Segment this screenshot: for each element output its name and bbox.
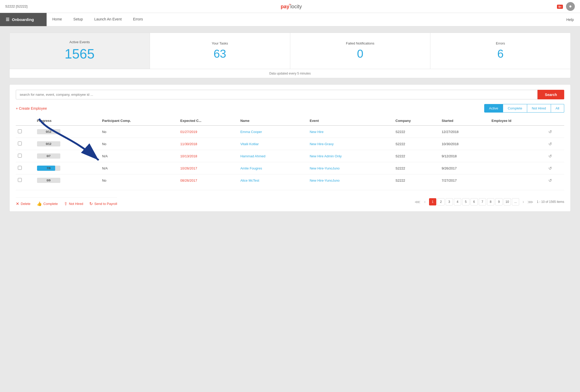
- page-number-5[interactable]: 5: [462, 198, 469, 205]
- row-checkbox-cell: [16, 162, 35, 174]
- page-first-button[interactable]: ⋘: [415, 199, 421, 204]
- send-to-payroll-button[interactable]: ↻ Send to Payroll: [89, 201, 117, 206]
- col-expected: Expected C...: [178, 116, 238, 125]
- table-body: 0/12No01/27/2019Emma CooperNew HireS2222…: [16, 125, 564, 186]
- row-checkbox[interactable]: [18, 166, 22, 170]
- page-number-6[interactable]: 6: [470, 198, 478, 205]
- filter-tabs: Active Complete Not Hired All: [484, 104, 564, 113]
- stat-your-tasks: Your Tasks 63: [150, 33, 290, 69]
- row-participant-comp: No: [100, 174, 178, 187]
- nav-link-home[interactable]: Home: [47, 13, 68, 26]
- table-wrapper: Progress Participant Comp. Expected C...…: [16, 116, 564, 186]
- stats-footer: Data updated every 5 minutes: [10, 69, 570, 78]
- employee-name-link[interactable]: Hammad Ahmed: [240, 154, 265, 158]
- search-input[interactable]: [16, 90, 538, 99]
- event-link[interactable]: New Hire: [310, 130, 323, 134]
- table-header: Progress Participant Comp. Expected C...…: [16, 116, 564, 125]
- nav-link-launch-event[interactable]: Launch An Event: [89, 13, 127, 26]
- page-number-7[interactable]: 7: [479, 198, 486, 205]
- onboarding-icon: ☰: [6, 17, 9, 22]
- row-checkbox[interactable]: [18, 142, 22, 145]
- nav-module-onboarding[interactable]: ☰ Onboarding: [0, 13, 47, 26]
- table-row: 0/12No11/30/2018Vitalii KotliarNew Hire-…: [16, 138, 564, 150]
- employee-name-link[interactable]: Amlie Fougres: [240, 166, 262, 170]
- row-event[interactable]: New Hire-YunoJuno: [308, 162, 393, 174]
- notification-count[interactable]: 9+: [557, 5, 563, 9]
- row-progress: 0/12: [35, 125, 100, 138]
- row-refresh-cell[interactable]: ↺: [546, 138, 564, 150]
- table-card: Search + Create Employee Active Complete…: [9, 84, 571, 212]
- refresh-icon[interactable]: ↺: [548, 178, 552, 183]
- row-name[interactable]: Hammad Ahmed: [238, 150, 308, 162]
- refresh-icon[interactable]: ↺: [548, 154, 552, 158]
- search-button[interactable]: Search: [538, 90, 564, 99]
- complete-button[interactable]: 👍 Complete: [37, 201, 58, 206]
- employees-table: Progress Participant Comp. Expected C...…: [16, 116, 564, 186]
- delete-button[interactable]: ✕ Delete: [16, 201, 31, 206]
- row-event[interactable]: New Hire: [308, 125, 393, 138]
- employee-name-link[interactable]: Alice McTest: [240, 179, 259, 182]
- page-number-1[interactable]: 1: [429, 198, 436, 205]
- logo: pay locity: [278, 2, 306, 11]
- col-started: Started: [440, 116, 489, 125]
- col-event: Event: [308, 116, 393, 125]
- row-name[interactable]: Vitalii Kotliar: [238, 138, 308, 150]
- row-refresh-cell[interactable]: ↺: [546, 150, 564, 162]
- filter-tab-complete[interactable]: Complete: [503, 104, 527, 113]
- employee-name-link[interactable]: Vitalii Kotliar: [240, 142, 259, 146]
- row-checkbox[interactable]: [18, 154, 22, 158]
- filters-row: + Create Employee Active Complete Not Hi…: [16, 104, 564, 113]
- nav-help[interactable]: Help: [566, 18, 580, 22]
- row-event[interactable]: New Hire-Gravy: [308, 138, 393, 150]
- page-number-2[interactable]: 2: [437, 198, 445, 205]
- row-checkbox-cell: [16, 150, 35, 162]
- filter-tab-not-hired[interactable]: Not Hired: [527, 104, 551, 113]
- page-number-...[interactable]: ...: [512, 198, 519, 205]
- row-checkbox[interactable]: [18, 129, 22, 133]
- page-last-button[interactable]: ⋙: [527, 199, 534, 204]
- row-refresh-cell[interactable]: ↺: [546, 174, 564, 187]
- page-number-10[interactable]: 10: [504, 198, 511, 205]
- row-expected-date: 10/26/2017: [178, 162, 238, 174]
- page-number-4[interactable]: 4: [454, 198, 461, 205]
- row-event[interactable]: New Hire-YunoJuno: [308, 174, 393, 187]
- refresh-icon[interactable]: ↺: [548, 142, 552, 146]
- event-link[interactable]: New Hire-Gravy: [310, 142, 334, 146]
- page-next-button[interactable]: ›: [520, 199, 526, 204]
- page-number-9[interactable]: 9: [495, 198, 503, 205]
- event-link[interactable]: New Hire-YunoJuno: [310, 166, 340, 170]
- row-name[interactable]: Alice McTest: [238, 174, 308, 187]
- nav-link-setup[interactable]: Setup: [68, 13, 89, 26]
- row-progress: 0/9: [35, 174, 100, 187]
- employee-name-link[interactable]: Emma Cooper: [240, 130, 262, 134]
- refresh-icon[interactable]: ↺: [548, 130, 552, 134]
- row-participant-comp: No: [100, 125, 178, 138]
- row-expected-date: 08/26/2017: [178, 174, 238, 187]
- row-checkbox[interactable]: [18, 178, 22, 182]
- row-participant-comp: N/A: [100, 162, 178, 174]
- row-event[interactable]: New Hire Admin Only: [308, 150, 393, 162]
- filter-tab-active[interactable]: Active: [484, 104, 503, 113]
- page-prev-button[interactable]: ‹: [422, 199, 428, 204]
- event-link[interactable]: New Hire Admin Only: [310, 154, 342, 158]
- row-refresh-cell[interactable]: ↺: [546, 125, 564, 138]
- errors-value: 6: [497, 47, 503, 60]
- refresh-icon[interactable]: ↺: [548, 166, 552, 171]
- avatar[interactable]: ●: [566, 2, 575, 11]
- row-name[interactable]: Emma Cooper: [238, 125, 308, 138]
- notification-badge[interactable]: 9+: [557, 4, 563, 9]
- bottom-actions: ✕ Delete 👍 Complete ⇧ Not Hired ↻ Send t…: [16, 197, 117, 206]
- row-employee-id: [489, 138, 546, 150]
- row-name[interactable]: Amlie Fougres: [238, 162, 308, 174]
- page-number-3[interactable]: 3: [446, 198, 453, 205]
- create-employee-button[interactable]: + Create Employee: [16, 106, 47, 110]
- row-started: 10/30/2018: [440, 138, 489, 150]
- row-company: S2222: [393, 150, 440, 162]
- not-hired-button[interactable]: ⇧ Not Hired: [64, 201, 83, 206]
- filter-tab-all[interactable]: All: [551, 104, 564, 113]
- row-employee-id: [489, 125, 546, 138]
- page-number-8[interactable]: 8: [487, 198, 494, 205]
- nav-link-errors[interactable]: Errors: [127, 13, 149, 26]
- row-refresh-cell[interactable]: ↺: [546, 162, 564, 174]
- event-link[interactable]: New Hire-YunoJuno: [310, 179, 340, 182]
